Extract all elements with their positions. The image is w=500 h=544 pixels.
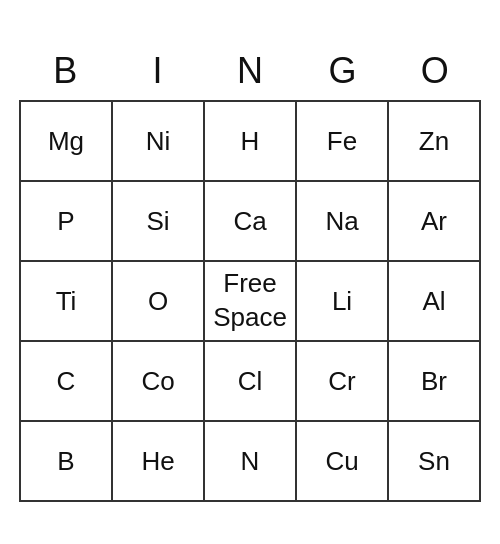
bingo-card-container: B I N G O MgNiHFeZnPSiCaNaArTiOFree Spac… <box>19 42 481 502</box>
cell-r2-c1: O <box>112 261 204 341</box>
cell-r4-c1: He <box>112 421 204 501</box>
cell-r1-c0: P <box>20 181 112 261</box>
cell-r3-c0: C <box>20 341 112 421</box>
cell-r4-c4: Sn <box>388 421 480 501</box>
cell-r0-c2: H <box>204 101 296 181</box>
cell-r3-c2: Cl <box>204 341 296 421</box>
cell-r2-c3: Li <box>296 261 388 341</box>
cell-r1-c3: Na <box>296 181 388 261</box>
cell-r0-c0: Mg <box>20 101 112 181</box>
cell-r4-c0: B <box>20 421 112 501</box>
cell-r0-c4: Zn <box>388 101 480 181</box>
cell-r4-c2: N <box>204 421 296 501</box>
cell-r0-c1: Ni <box>112 101 204 181</box>
cell-r2-c4: Al <box>388 261 480 341</box>
cell-r2-c0: Ti <box>20 261 112 341</box>
header-o: O <box>389 42 481 100</box>
header-b: B <box>19 42 111 100</box>
cell-r1-c4: Ar <box>388 181 480 261</box>
bingo-grid: MgNiHFeZnPSiCaNaArTiOFree SpaceLiAlCCoCl… <box>19 100 481 502</box>
header-n: N <box>204 42 296 100</box>
cell-r3-c4: Br <box>388 341 480 421</box>
header-g: G <box>296 42 388 100</box>
cell-r1-c1: Si <box>112 181 204 261</box>
cell-r0-c3: Fe <box>296 101 388 181</box>
cell-r2-c2: Free Space <box>204 261 296 341</box>
header-i: I <box>111 42 203 100</box>
cell-r4-c3: Cu <box>296 421 388 501</box>
bingo-header: B I N G O <box>19 42 481 100</box>
cell-r3-c3: Cr <box>296 341 388 421</box>
cell-r1-c2: Ca <box>204 181 296 261</box>
cell-r3-c1: Co <box>112 341 204 421</box>
